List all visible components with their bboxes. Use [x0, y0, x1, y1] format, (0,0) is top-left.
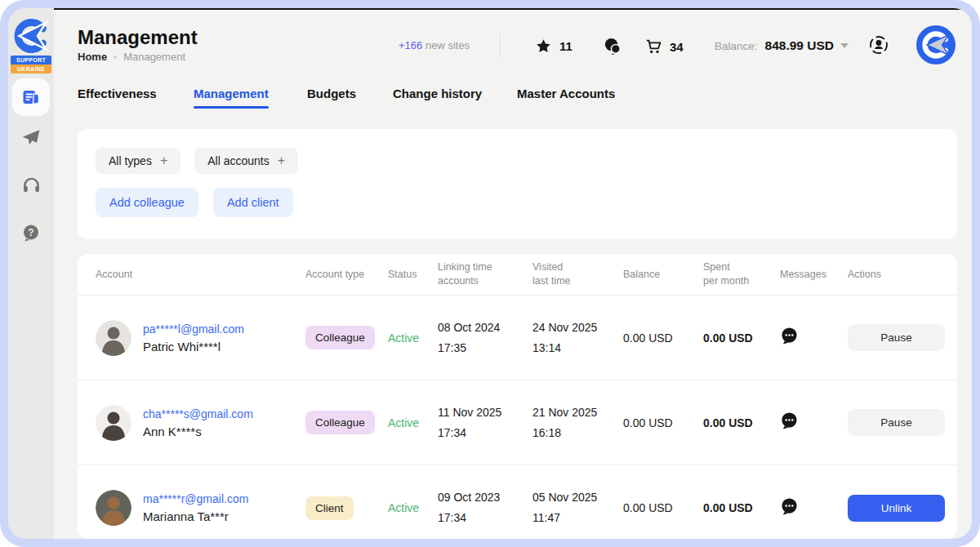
help-icon: ? — [21, 223, 41, 242]
balance-cell: 0.00 USD — [623, 331, 703, 345]
spent-cell: 0.00 USD — [703, 416, 780, 429]
accounts-table: Account Account type Status Linking time… — [78, 254, 957, 539]
badge-ukraine: UKRAINE — [11, 64, 51, 73]
brand-logo[interactable]: SUPPORT UKRAINE — [11, 16, 51, 73]
tab-budgets[interactable]: Budgets — [307, 87, 356, 100]
filter-all-accounts[interactable]: All accounts + — [194, 148, 298, 174]
plus-icon: + — [278, 154, 285, 167]
tab-management[interactable]: Management — [194, 87, 269, 100]
cart-count: 34 — [670, 40, 684, 54]
main-content: Management Home Management +166 new site… — [54, 8, 972, 539]
unlink-button[interactable]: Unlink — [848, 495, 945, 522]
linking-time: 11 Nov 202517:34 — [438, 402, 532, 443]
new-sites-link[interactable]: +166 new sites — [399, 39, 470, 51]
status-label: Active — [388, 416, 438, 429]
linking-time: 09 Oct 202317:34 — [438, 487, 532, 528]
pause-button[interactable]: Pause — [848, 409, 945, 436]
sidebar: SUPPORT UKRAINE — [8, 8, 54, 539]
table-row: cha*****s@gmail.com Ann K****s Colleague… — [78, 380, 957, 465]
voice-support-button[interactable] — [868, 34, 889, 59]
messages-cell — [780, 497, 848, 519]
cart-icon — [644, 38, 662, 56]
message-icon[interactable] — [780, 411, 799, 430]
avatar — [96, 320, 131, 356]
col-linking-time: Linking timeaccounts — [438, 260, 532, 288]
account-email[interactable]: pa*****l@gmail.com — [143, 322, 244, 336]
col-visited: Visitedlast time — [532, 260, 623, 288]
tab-effectiveness[interactable]: Effectiveness — [78, 87, 157, 100]
brand-logo-icon — [11, 16, 51, 56]
voice-person-icon — [868, 34, 889, 56]
balance-cell: 0.00 USD — [623, 416, 703, 429]
tab-change-history[interactable]: Change history — [393, 87, 482, 100]
col-messages: Messages — [780, 268, 848, 282]
visited-time: 05 Nov 202511:47 — [532, 487, 623, 528]
sidebar-item-support[interactable] — [12, 166, 50, 203]
news-icon — [21, 87, 41, 107]
add-colleague-button[interactable]: Add colleague — [96, 188, 198, 217]
account-email[interactable]: cha*****s@gmail.com — [143, 407, 253, 420]
headphones-icon — [21, 175, 42, 195]
star-icon — [535, 38, 552, 55]
table-row: ma*****r@gmail.com Marianna Ta***r Clien… — [78, 465, 957, 539]
breadcrumb-current: Management — [123, 51, 185, 63]
new-sites-count: +166 — [399, 39, 422, 51]
account-type-badge: Colleague — [305, 326, 375, 349]
badge-support: SUPPORT — [11, 56, 51, 64]
breadcrumb-separator — [114, 56, 117, 59]
filter-panel: All types + All accounts + Add colleague… — [78, 129, 957, 239]
account-type-badge: Colleague — [305, 411, 375, 434]
visited-time: 24 Nov 202513:14 — [532, 318, 623, 358]
message-icon[interactable] — [780, 497, 799, 516]
avatar — [96, 490, 131, 526]
new-sites-label: new sites — [425, 39, 470, 51]
visited-time: 21 Nov 202516:18 — [532, 402, 623, 443]
account-type-badge: Client — [305, 496, 354, 520]
linking-time: 08 Oct 202417:35 — [438, 318, 532, 358]
header-divider — [500, 33, 501, 57]
favorites-stat[interactable]: 11 — [535, 38, 572, 55]
chat-icon — [604, 37, 622, 56]
col-balance: Balance — [623, 268, 703, 282]
filter-all-accounts-label: All accounts — [207, 154, 269, 167]
pause-button[interactable]: Pause — [848, 324, 945, 351]
message-icon[interactable] — [780, 327, 799, 345]
account-name: Ann K****s — [143, 425, 253, 438]
spent-cell: 0.00 USD — [703, 501, 780, 514]
sidebar-item-help[interactable]: ? — [12, 214, 50, 251]
status-label: Active — [388, 331, 438, 345]
account-email[interactable]: ma*****r@gmail.com — [143, 492, 248, 505]
plus-icon: + — [160, 154, 167, 167]
sidebar-item-telegram[interactable] — [12, 118, 50, 156]
col-account-type: Account type — [305, 268, 388, 282]
col-spent: Spentper month — [703, 260, 780, 288]
paper-plane-icon — [20, 127, 42, 148]
chevron-down-icon — [840, 43, 849, 48]
add-client-button[interactable]: Add client — [213, 188, 293, 217]
account-name: Marianna Ta***r — [143, 509, 248, 523]
breadcrumb-home[interactable]: Home — [78, 51, 107, 63]
status-label: Active — [388, 501, 438, 514]
messages-cell — [780, 327, 848, 349]
tab-bar: Effectiveness Management Budgets Change … — [54, 87, 972, 114]
col-actions: Actions — [848, 268, 939, 282]
spent-cell: 0.00 USD — [703, 331, 780, 345]
col-status: Status — [388, 268, 438, 282]
cart-stat[interactable]: 34 — [644, 38, 684, 56]
table-header-row: Account Account type Status Linking time… — [78, 254, 957, 296]
sidebar-item-news[interactable] — [12, 78, 50, 116]
messages-cell — [780, 411, 848, 434]
balance[interactable]: Balance: 848.99 USD — [715, 38, 849, 53]
profile-logo-icon — [916, 25, 956, 64]
favorites-count: 11 — [559, 39, 572, 53]
filter-all-types[interactable]: All types + — [96, 148, 180, 174]
chat-button[interactable] — [604, 37, 622, 59]
page-title: Management — [78, 26, 198, 49]
balance-label: Balance: — [715, 40, 758, 52]
tab-master-accounts[interactable]: Master Accounts — [517, 87, 615, 100]
breadcrumb: Home Management — [78, 51, 185, 63]
app-window: SUPPORT UKRAINE — [8, 8, 972, 539]
profile-avatar[interactable] — [916, 25, 956, 64]
filter-all-types-label: All types — [109, 154, 152, 167]
table-row: pa*****l@gmail.com Patric Whi****l Colle… — [78, 296, 957, 380]
